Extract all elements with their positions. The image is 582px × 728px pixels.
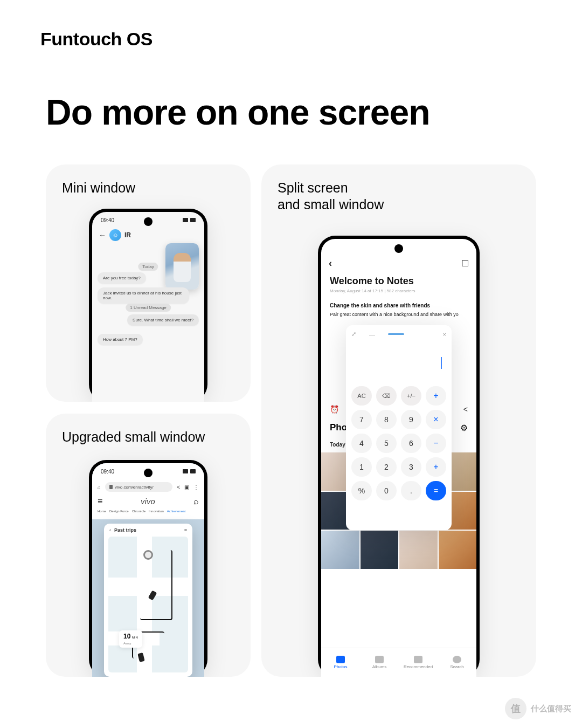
alarm-icon[interactable]: ⏰	[330, 405, 339, 414]
tab-search[interactable]: Search	[438, 648, 476, 677]
signal-icon	[183, 469, 188, 473]
card-title: Upgraded small window	[62, 429, 205, 445]
diamond-icon	[414, 656, 422, 663]
status-time: 09:40	[101, 217, 114, 223]
browser-toolbar: ⌂ vivo.com/en/activity/ < ▣ ⋮	[92, 479, 204, 495]
eta-badge: 10 MINAway	[119, 630, 142, 648]
card-title: Split screen and small window	[278, 180, 384, 214]
share-icon[interactable]: <	[463, 405, 468, 414]
key-backspace[interactable]: ⌫	[376, 386, 397, 406]
close-icon[interactable]: ×	[443, 331, 446, 338]
msg-received[interactable]: Are you free today?	[98, 272, 146, 284]
site-nav[interactable]: HomeDesign ForceChronicleInnovationAchie…	[98, 510, 199, 513]
card-title: Mini window	[62, 180, 135, 196]
key-subtract[interactable]: −	[426, 434, 446, 453]
tab-albums[interactable]: Albums	[360, 648, 399, 677]
map-title: Past trips	[114, 527, 136, 533]
key-4[interactable]: 4	[351, 434, 372, 453]
key-add[interactable]: +	[426, 386, 446, 406]
camera-cutout	[144, 217, 153, 226]
key-multiply[interactable]: ×	[426, 410, 446, 429]
camera-cutout	[144, 469, 153, 477]
contact-name: IR	[124, 231, 131, 239]
card-split-screen: Split screen and small window ‹ ☐ Welcom…	[261, 164, 536, 677]
map-options-icon[interactable]: ≡	[184, 527, 187, 533]
home-icon[interactable]: ⌂	[98, 484, 101, 490]
watermark-icon: 值	[505, 698, 526, 719]
page-headline: Do more on one screen	[46, 92, 430, 133]
notes-body[interactable]: Pair great content with a nice backgroun…	[330, 311, 468, 318]
battery-icon	[190, 469, 196, 473]
url-field[interactable]: vivo.com/en/activity/	[105, 482, 172, 492]
key-decimal[interactable]: .	[401, 481, 421, 500]
key-8[interactable]: 8	[376, 410, 397, 429]
phone-mockup-chat: 09:40 ← ☺ IR Today Are you free today? J…	[89, 209, 207, 402]
back-icon[interactable]: ←	[99, 231, 106, 239]
card-mini-window: Mini window 09:40 ← ☺ IR Today Are you f…	[46, 164, 251, 402]
photos-tabbar: Photos Albums Recommended Search	[321, 648, 476, 677]
signal-icon	[183, 218, 188, 222]
notes-title: Welcome to Notes	[330, 276, 414, 287]
mini-video-window[interactable]	[165, 243, 199, 290]
battery-icon	[190, 218, 196, 222]
drag-handle[interactable]	[388, 333, 404, 335]
camera-cutout	[394, 244, 403, 253]
watermark-text: 什么值得买	[531, 704, 571, 714]
key-equals[interactable]: =	[426, 481, 446, 500]
day-separator: Today	[138, 263, 158, 271]
key-3[interactable]: 3	[401, 457, 421, 477]
minimize-icon[interactable]: —	[369, 331, 375, 338]
tab-recommended[interactable]: Recommended	[399, 648, 438, 677]
msg-received[interactable]: Jack invited us to dinner at his house j…	[98, 287, 189, 304]
msg-sent[interactable]: Sure. What time shall we meet?	[127, 314, 199, 326]
photo-thumb[interactable]	[361, 531, 399, 569]
key-ac[interactable]: AC	[351, 386, 372, 406]
msg-received[interactable]: How about 7 PM?	[98, 334, 143, 345]
key-percent[interactable]: %	[351, 481, 372, 500]
photos-icon	[336, 656, 345, 663]
search-icon	[453, 656, 461, 663]
site-logo[interactable]: vivo	[141, 497, 155, 506]
albums-icon	[375, 656, 384, 663]
photo-thumb[interactable]	[399, 531, 438, 569]
phone-mockup-split: ‹ ☐ Welcome to Notes Monday, August 14 a…	[318, 236, 480, 677]
tabs-icon[interactable]: ▣	[184, 484, 189, 490]
notes-meta: Monday, August 14 at 17:15 | 582 charact…	[330, 289, 415, 293]
avatar[interactable]: ☺	[109, 229, 121, 241]
bookmark-icon[interactable]: ☐	[461, 258, 469, 269]
status-time: 09:40	[101, 469, 114, 475]
brand-title: Funtouch OS	[40, 29, 153, 50]
photo-thumb[interactable]	[439, 531, 477, 569]
key-2[interactable]: 2	[376, 457, 397, 477]
tab-photos[interactable]: Photos	[321, 648, 360, 677]
gear-icon[interactable]: ⚙	[460, 423, 468, 433]
search-icon[interactable]: ⌕	[193, 497, 199, 506]
key-0[interactable]: 0	[376, 481, 397, 500]
key-add-alt[interactable]: +	[426, 457, 446, 477]
watermark: 值 什么值得买	[505, 698, 571, 719]
key-5[interactable]: 5	[376, 434, 397, 453]
key-1[interactable]: 1	[351, 457, 372, 477]
key-6[interactable]: 6	[401, 434, 421, 453]
card-upgraded-small-window: Upgraded small window 09:40 ⌂ vivo.com/e…	[46, 414, 251, 677]
map-back-icon[interactable]: ‹	[109, 527, 111, 533]
expand-icon[interactable]: ⤢	[351, 331, 356, 338]
menu-icon[interactable]: ≡	[98, 497, 102, 506]
calculator-small-window[interactable]: ⤢ — × AC ⌫ +/− + 7 8 9 × 4 5	[346, 325, 452, 530]
notes-heading: Change the skin and share with friends	[330, 303, 430, 308]
lock-icon	[109, 485, 113, 489]
map-small-window[interactable]: ‹Past trips ≡ 10 MINAway	[104, 524, 192, 677]
key-7[interactable]: 7	[351, 410, 372, 429]
notes-appbar: ‹ ☐	[321, 255, 476, 271]
key-9[interactable]: 9	[401, 410, 421, 429]
share-icon[interactable]: <	[177, 484, 180, 490]
map-canvas[interactable]: 10 MINAway	[108, 537, 188, 672]
photo-thumb[interactable]	[321, 531, 359, 569]
photos-section-label: Today	[330, 442, 345, 448]
phone-mockup-browser: 09:40 ⌂ vivo.com/en/activity/ < ▣ ⋮ ≡ vi…	[89, 460, 207, 677]
back-icon[interactable]: ‹	[329, 258, 332, 269]
more-icon[interactable]: ⋮	[193, 484, 199, 490]
unread-badge[interactable]: 1 Unread Message	[126, 304, 171, 312]
key-plus-minus[interactable]: +/−	[401, 386, 421, 406]
calculator-display[interactable]	[351, 338, 446, 386]
